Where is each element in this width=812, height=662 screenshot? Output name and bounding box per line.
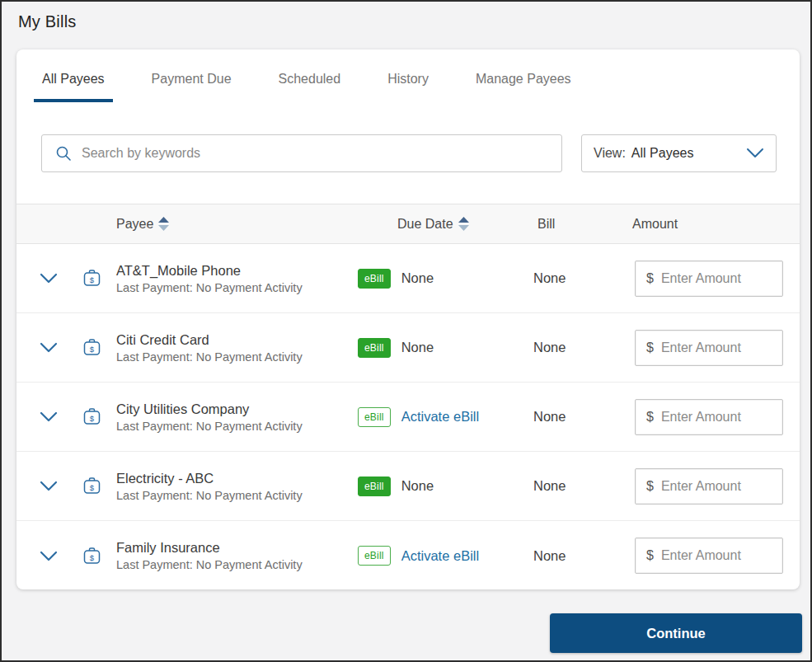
tab-history[interactable]: History (379, 67, 437, 102)
svg-text:$: $ (90, 414, 95, 423)
sort-icon (158, 217, 169, 231)
table-row: $ City Utilities Company Last Payment: N… (16, 383, 800, 452)
tab-payment-due[interactable]: Payment Due (143, 67, 240, 102)
controls-row: View: All Payees (16, 134, 800, 172)
svg-text:$: $ (90, 552, 95, 561)
due-date-value: None (401, 478, 434, 494)
amount-input[interactable] (661, 261, 768, 296)
currency-symbol: $ (646, 548, 654, 563)
currency-symbol: $ (646, 479, 654, 494)
payee-info: Citi Credit Card Last Payment: No Paymen… (110, 332, 358, 364)
table-row: $ Family Insurance Last Payment: No Paym… (16, 521, 800, 590)
payee-name: AT&T_Mobile Phone (110, 263, 358, 279)
expand-row-chevron-icon[interactable] (16, 551, 81, 561)
bill-value: None (515, 340, 608, 355)
payee-name: Citi Credit Card (110, 332, 358, 348)
amount-input-box: $ (635, 261, 783, 297)
search-input[interactable] (82, 135, 561, 171)
view-label: View: (594, 146, 626, 161)
activate-ebill-link[interactable]: Activate eBill (401, 409, 479, 425)
payee-name: Electricity - ABC (110, 471, 358, 486)
column-header-due-date[interactable]: Due Date (358, 217, 515, 232)
ebill-badge: eBill (358, 546, 391, 566)
expand-row-chevron-icon[interactable] (16, 342, 81, 353)
due-date-column-label: Due Date (397, 217, 453, 232)
expand-row-chevron-icon[interactable] (16, 411, 81, 422)
bill-value: None (515, 548, 608, 564)
payee-name: Family Insurance (110, 540, 358, 556)
amount-input-box: $ (635, 399, 783, 435)
payee-info: City Utilities Company Last Payment: No … (110, 401, 358, 433)
last-payment-status: Last Payment: No Payment Activity (110, 420, 358, 433)
bill-payee-icon: $ (81, 336, 110, 359)
bill-payee-icon: $ (81, 267, 110, 289)
bill-value: None (515, 270, 608, 286)
amount-cell: $ (608, 261, 800, 297)
bill-value: None (515, 409, 608, 425)
tab-all-payees[interactable]: All Payees (34, 67, 113, 102)
amount-input-box: $ (635, 468, 783, 505)
table-header: Payee Due Date Bill Amount (16, 204, 800, 244)
table-row: $ Electricity - ABC Last Payment: No Pay… (16, 452, 800, 521)
svg-text:$: $ (90, 275, 95, 284)
ebill-badge: eBill (358, 407, 391, 427)
table-row: $ AT&T_Mobile Phone Last Payment: No Pay… (16, 244, 800, 313)
table-row: $ Citi Credit Card Last Payment: No Paym… (16, 313, 800, 383)
bill-column-label: Bill (537, 217, 555, 232)
payee-name: City Utilities Company (110, 401, 358, 417)
due-date-value: None (401, 340, 434, 355)
sort-icon (458, 217, 469, 231)
payee-column-label: Payee (116, 217, 153, 232)
payee-table-body: $ AT&T_Mobile Phone Last Payment: No Pay… (16, 244, 800, 590)
payee-info: AT&T_Mobile Phone Last Payment: No Payme… (110, 263, 358, 294)
activate-ebill-link[interactable]: Activate eBill (401, 548, 479, 564)
last-payment-status: Last Payment: No Payment Activity (110, 558, 358, 571)
amount-input[interactable] (661, 331, 768, 365)
ebill-badge: eBill (358, 338, 391, 358)
due-date-value: None (401, 270, 434, 286)
view-dropdown[interactable]: View: All Payees (581, 134, 777, 172)
currency-symbol: $ (646, 410, 654, 425)
due-date-cell: eBill None (358, 477, 515, 496)
bill-payee-icon: $ (81, 545, 110, 567)
amount-input[interactable] (661, 538, 768, 573)
amount-cell: $ (608, 538, 800, 574)
payee-info: Electricity - ABC Last Payment: No Payme… (110, 471, 358, 502)
amount-column-label: Amount (632, 217, 678, 232)
tab-scheduled[interactable]: Scheduled (270, 67, 350, 102)
due-date-cell: eBill None (358, 338, 515, 358)
column-header-bill: Bill (515, 217, 608, 232)
amount-input[interactable] (661, 469, 768, 504)
tab-manage-payees[interactable]: Manage Payees (467, 67, 580, 102)
my-bills-window: My Bills All Payees Payment Due Schedule… (0, 0, 812, 662)
amount-cell: $ (608, 468, 800, 505)
last-payment-status: Last Payment: No Payment Activity (110, 489, 358, 502)
amount-input-box: $ (635, 538, 783, 574)
search-icon (55, 145, 72, 162)
last-payment-status: Last Payment: No Payment Activity (110, 350, 358, 364)
ebill-badge: eBill (358, 269, 391, 289)
currency-symbol: $ (646, 271, 654, 286)
amount-input-box: $ (635, 330, 783, 366)
search-box[interactable] (41, 134, 562, 172)
due-date-cell: eBill None (358, 269, 515, 289)
tab-bar: All Payees Payment Due Scheduled History… (16, 49, 800, 102)
view-selected-value: All Payees (631, 146, 746, 161)
bill-value: None (515, 478, 608, 494)
expand-row-chevron-icon[interactable] (16, 481, 81, 491)
last-payment-status: Last Payment: No Payment Activity (110, 281, 358, 294)
bill-payee-icon: $ (81, 406, 110, 428)
column-header-payee[interactable]: Payee (110, 217, 358, 232)
amount-cell: $ (608, 399, 800, 435)
bill-payee-icon: $ (81, 475, 110, 497)
page-title: My Bills (2, 2, 810, 31)
svg-text:$: $ (90, 483, 95, 492)
chevron-down-icon (746, 148, 764, 159)
ebill-badge: eBill (358, 477, 391, 496)
amount-input[interactable] (661, 400, 768, 434)
payee-info: Family Insurance Last Payment: No Paymen… (110, 540, 358, 571)
expand-row-chevron-icon[interactable] (16, 273, 81, 284)
due-date-cell: eBill Activate eBill (358, 407, 515, 427)
continue-button[interactable]: Continue (550, 613, 802, 653)
column-header-amount: Amount (608, 217, 800, 232)
